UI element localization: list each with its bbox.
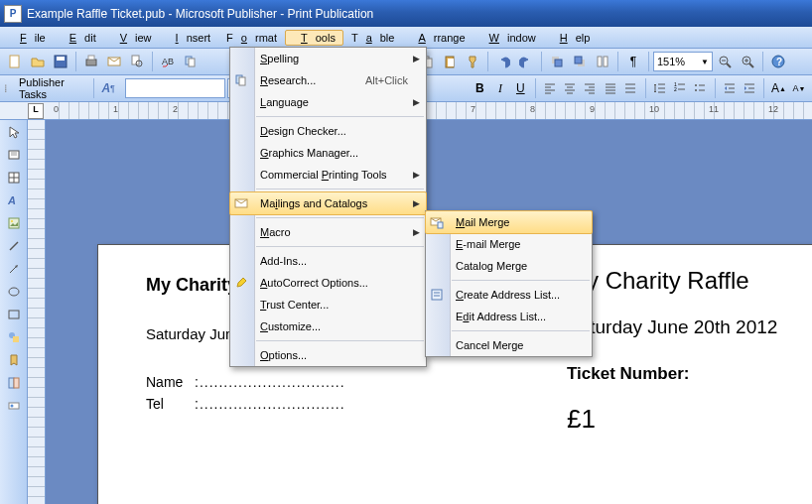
decrease-indent-icon[interactable]	[721, 77, 739, 99]
menu-item-label: Mailings and Catalogs	[260, 197, 367, 209]
ruler-tick: 9	[590, 104, 595, 114]
help-icon[interactable]: ?	[767, 51, 789, 72]
menu-item-spelling[interactable]: Spelling▶	[230, 48, 426, 69]
autocorrect-icon	[233, 275, 249, 291]
undo-icon[interactable]	[492, 51, 514, 72]
publisher-tasks-button[interactable]: Publisher Tasks	[12, 74, 88, 102]
menu-item-mail-merge[interactable]: Mail Merge	[425, 210, 593, 234]
format-painter-icon[interactable]	[462, 51, 483, 72]
increase-indent-icon[interactable]	[741, 77, 758, 99]
font-combo[interactable]	[125, 78, 225, 98]
paste-icon[interactable]	[439, 51, 461, 72]
ruler-scale[interactable]: 0123456789101112	[50, 102, 812, 119]
menu-format[interactable]: Format	[218, 30, 285, 46]
underline-icon[interactable]: U	[511, 77, 529, 99]
app-icon: P	[4, 5, 22, 23]
zoom-out-icon[interactable]	[714, 51, 736, 72]
design-gallery-icon[interactable]	[4, 373, 24, 393]
window-title: Example Raffle Ticket.pub - Microsoft Pu…	[27, 7, 373, 21]
svg-rect-89	[438, 222, 443, 228]
grow-font-icon[interactable]: A▲	[769, 77, 787, 99]
bullets-icon[interactable]	[691, 77, 709, 99]
zoom-combo[interactable]: 151%▼	[653, 52, 713, 71]
svg-rect-0	[10, 56, 19, 67]
rectangle-tool-icon[interactable]	[4, 305, 24, 324]
menu-item-trust-center[interactable]: Trust Center...	[230, 294, 426, 315]
shrink-font-icon[interactable]: A▼	[790, 77, 808, 99]
svg-rect-80	[13, 336, 19, 342]
menu-file[interactable]: File	[4, 30, 54, 46]
new-icon[interactable]	[4, 51, 26, 72]
menu-item-research[interactable]: Research...Alt+Click	[230, 69, 426, 91]
menu-table[interactable]: Table	[343, 30, 403, 46]
line-tool-icon[interactable]	[4, 236, 24, 256]
bookmark-tool-icon[interactable]	[4, 350, 24, 370]
menu-item-create-address-list[interactable]: Create Address List...	[426, 284, 592, 306]
table-tool-icon[interactable]	[4, 168, 24, 188]
ticket-price: £1	[567, 404, 777, 435]
email-icon[interactable]	[103, 51, 125, 72]
align-right-icon[interactable]	[581, 77, 599, 99]
svg-rect-82	[14, 378, 19, 388]
pointer-tool-icon[interactable]	[4, 122, 24, 142]
italic-icon[interactable]: I	[491, 77, 509, 99]
distribute-icon[interactable]	[621, 77, 639, 99]
open-icon[interactable]	[27, 51, 49, 72]
menu-item-autocorrect-options[interactable]: AutoCorrect Options...	[230, 272, 426, 294]
special-chars-icon[interactable]: ¶	[622, 51, 644, 72]
menu-item-catalog-merge[interactable]: Catalog Merge	[426, 255, 592, 277]
zoom-in-icon[interactable]	[737, 51, 758, 72]
oval-tool-icon[interactable]	[4, 282, 24, 302]
research-icon[interactable]	[180, 51, 202, 72]
autoshapes-tool-icon[interactable]	[4, 327, 24, 347]
menu-bar: FileEditViewInsertFormatToolsTableArrang…	[0, 27, 812, 49]
ruler-origin[interactable]: L	[28, 103, 44, 119]
menu-item-edit-address-list[interactable]: Edit Address List...	[426, 306, 592, 327]
item-tool-icon[interactable]	[4, 396, 24, 416]
spelling-icon[interactable]: AB	[157, 51, 179, 72]
menu-item-graphics-manager[interactable]: Graphics Manager...	[230, 142, 426, 164]
styles-icon[interactable]: A¶	[99, 77, 117, 99]
wordart-tool-icon[interactable]: A	[4, 190, 24, 210]
align-left-icon[interactable]	[540, 77, 558, 99]
menu-item-e-mail-merge[interactable]: E-mail Merge	[426, 233, 592, 255]
send-back-icon[interactable]	[569, 51, 591, 72]
bold-icon[interactable]: B	[471, 77, 488, 99]
menu-edit[interactable]: Edit	[54, 30, 104, 46]
line-spacing-icon[interactable]	[650, 77, 668, 99]
name-field-row: Name :..............................	[146, 374, 345, 390]
menu-item-add-ins[interactable]: Add-Ins...	[230, 250, 426, 272]
menu-insert[interactable]: Insert	[160, 30, 219, 46]
numbering-icon[interactable]: 12	[671, 77, 689, 99]
menu-separator	[452, 330, 590, 331]
menu-item-language[interactable]: Language▶	[230, 91, 426, 113]
save-icon[interactable]	[50, 51, 71, 72]
textbox-tool-icon[interactable]	[4, 145, 24, 165]
menu-separator	[256, 217, 424, 218]
menu-help[interactable]: Help	[544, 30, 599, 46]
print-icon[interactable]	[80, 51, 102, 72]
svg-point-84	[10, 405, 13, 408]
columns-icon[interactable]	[592, 51, 613, 72]
menu-view[interactable]: View	[104, 30, 160, 46]
mailings-submenu: Mail MergeE-mail MergeCatalog MergeCreat…	[425, 210, 593, 357]
menu-item-cancel-merge[interactable]: Cancel Merge	[426, 334, 592, 356]
menu-item-design-checker[interactable]: Design Checker...	[230, 120, 426, 142]
menu-arrange[interactable]: Arrange	[402, 30, 473, 46]
justify-icon[interactable]	[602, 77, 619, 99]
arrow-tool-icon[interactable]	[4, 259, 24, 279]
align-center-icon[interactable]	[561, 77, 579, 99]
vertical-ruler[interactable]	[28, 120, 46, 504]
menu-item-options[interactable]: Options...	[230, 344, 426, 366]
bring-front-icon[interactable]	[546, 51, 568, 72]
menu-item-mailings-and-catalogs[interactable]: Mailings and Catalogs▶	[229, 191, 427, 215]
menu-item-commercial-printing-tools[interactable]: Commercial Printing Tools▶	[230, 164, 426, 186]
menu-tools[interactable]: Tools	[285, 30, 343, 46]
redo-icon[interactable]	[515, 51, 537, 72]
menu-window[interactable]: Window	[474, 30, 544, 46]
menu-item-macro[interactable]: Macro▶	[230, 221, 426, 243]
svg-line-76	[10, 266, 17, 273]
print-preview-icon[interactable]	[126, 51, 148, 72]
menu-item-customize[interactable]: Customize...	[230, 315, 426, 337]
picture-tool-icon[interactable]	[4, 213, 24, 233]
